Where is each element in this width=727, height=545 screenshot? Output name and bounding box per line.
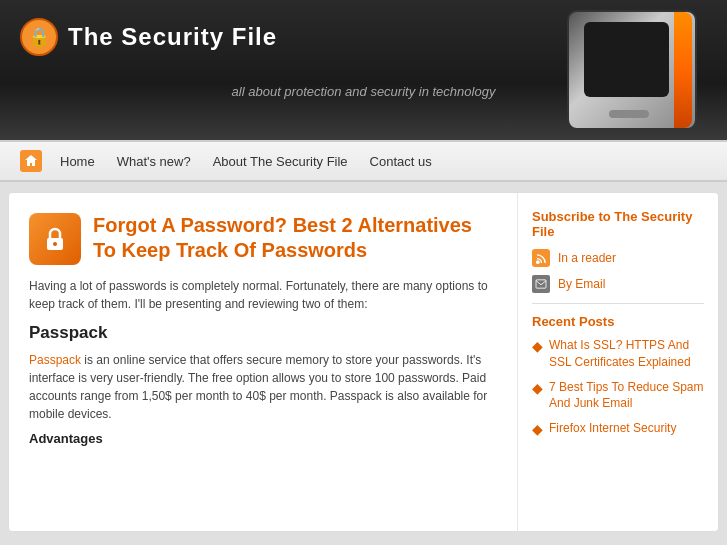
recent-post-link-1[interactable]: What Is SSL? HTTPS And SSL Certificates … bbox=[549, 337, 704, 371]
article-header: Forgot A Password? Best 2 Alternatives T… bbox=[29, 213, 497, 265]
nav-bar: Home What's new? About The Security File… bbox=[0, 140, 727, 182]
article-title: Forgot A Password? Best 2 Alternatives T… bbox=[93, 213, 497, 263]
svg-point-3 bbox=[53, 242, 57, 246]
recent-post-link-2[interactable]: 7 Best Tips To Reduce Spam And Junk Emai… bbox=[549, 379, 704, 413]
recent-post-bullet-3: ◆ bbox=[532, 421, 543, 437]
header-device-image bbox=[537, 0, 697, 140]
site-header: 🔒 The Security File all about protection… bbox=[0, 0, 727, 140]
site-title: The Security File bbox=[68, 23, 277, 51]
content-area: Forgot A Password? Best 2 Alternatives T… bbox=[9, 193, 518, 531]
email-icon bbox=[532, 275, 550, 293]
article-intro: Having a lot of passwords is completely … bbox=[29, 277, 497, 313]
recent-posts-heading: Recent Posts bbox=[532, 314, 704, 329]
site-logo-icon: 🔒 bbox=[20, 18, 58, 56]
passpack-text: Passpack is an online service that offer… bbox=[29, 351, 497, 423]
main-wrapper: Forgot A Password? Best 2 Alternatives T… bbox=[8, 192, 719, 532]
nav-about-link[interactable]: About The Security File bbox=[205, 152, 356, 171]
reader-link[interactable]: In a reader bbox=[558, 251, 616, 265]
svg-point-4 bbox=[536, 260, 540, 264]
passpack-body-text: is an online service that offers secure … bbox=[29, 353, 487, 421]
email-link[interactable]: By Email bbox=[558, 277, 605, 291]
rss-icon bbox=[532, 249, 550, 267]
sidebar-divider bbox=[532, 303, 704, 304]
svg-rect-5 bbox=[536, 280, 546, 288]
nav-home-icon bbox=[20, 150, 42, 172]
recent-post-bullet-1: ◆ bbox=[532, 338, 543, 354]
nav-home-link[interactable]: Home bbox=[52, 152, 103, 171]
recent-post-item: ◆ 7 Best Tips To Reduce Spam And Junk Em… bbox=[532, 379, 704, 413]
recent-post-bullet-2: ◆ bbox=[532, 380, 543, 396]
reader-subscribe-item: In a reader bbox=[532, 249, 704, 267]
nav-whats-new-link[interactable]: What's new? bbox=[109, 152, 199, 171]
recent-post-link-3[interactable]: Firefox Internet Security bbox=[549, 420, 676, 437]
sidebar: Subscribe to The Security File In a read… bbox=[518, 193, 718, 531]
recent-post-item: ◆ Firefox Internet Security bbox=[532, 420, 704, 437]
passpack-heading: Passpack bbox=[29, 323, 497, 343]
subscribe-heading: Subscribe to The Security File bbox=[532, 209, 704, 239]
svg-text:🔒: 🔒 bbox=[28, 26, 51, 48]
email-subscribe-item: By Email bbox=[532, 275, 704, 293]
recent-post-item: ◆ What Is SSL? HTTPS And SSL Certificate… bbox=[532, 337, 704, 371]
nav-contact-link[interactable]: Contact us bbox=[362, 152, 440, 171]
advantages-heading: Advantages bbox=[29, 431, 497, 446]
article-lock-icon bbox=[29, 213, 81, 265]
passpack-link[interactable]: Passpack bbox=[29, 353, 81, 367]
